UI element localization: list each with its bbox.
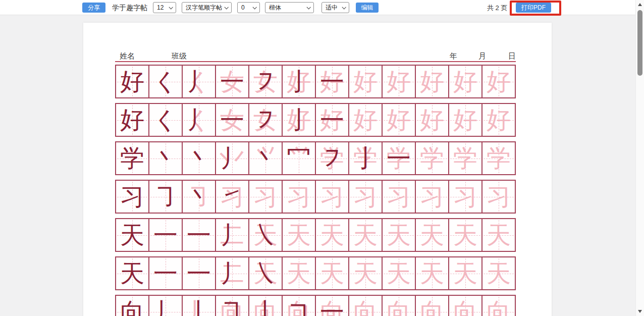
grid-cell: 习	[282, 180, 315, 213]
stroke-character: ㇏	[249, 219, 282, 251]
grid-cell: 学	[449, 142, 482, 175]
trace-character: 学	[482, 142, 515, 174]
grid-cell: 天	[116, 257, 149, 290]
trace-character: 向	[449, 296, 481, 316]
grid-cell: 丶	[149, 142, 182, 175]
stroke-character: 亅	[349, 142, 382, 174]
stroke-character: 丨	[249, 296, 282, 316]
trace-character: 向	[416, 296, 448, 316]
grid-cell: 好一	[315, 65, 349, 98]
grid-cell: 天	[116, 219, 149, 251]
trace-character: 天	[482, 257, 515, 289]
trace-character: 好	[449, 104, 481, 136]
stroke-character: 丶	[149, 142, 182, 174]
trace-character: 好	[416, 104, 448, 136]
share-button[interactable]: 分享	[82, 3, 105, 13]
grid-cell: 丿丨	[182, 295, 216, 316]
stroke-character: 丿	[149, 296, 182, 316]
grid-cell: 天	[415, 257, 449, 290]
grid-cell: く	[149, 103, 182, 136]
grid-cell: 二丿	[216, 257, 249, 290]
grid-cell: 习	[249, 180, 282, 213]
grid-cell: 一一	[182, 257, 216, 290]
sheet-type-select[interactable]: 汉字笔顺字帖	[182, 2, 232, 13]
practice-grid: 好くく丿女一女㇇好亅好一好好好好好好くく丿女一女㇇好亅好一好好好好好学丶丶丶丷丿…	[115, 65, 516, 316]
scroll-up-icon[interactable]	[638, 3, 642, 6]
stroke-character: 习	[116, 181, 148, 213]
trace-character: 向	[482, 296, 515, 316]
grid-cell: 好	[116, 65, 149, 98]
number-select[interactable]: 0	[237, 2, 260, 13]
grid-cell: 向	[349, 295, 382, 316]
grid-cell: ㇆丶	[182, 180, 216, 213]
stroke-character: 一	[149, 219, 182, 251]
grid-cell: 好	[449, 103, 482, 136]
grid-row: 向丿丿丨向㇆向丨向㇕向一向向向向向	[115, 295, 516, 316]
chevron-down-icon	[224, 5, 228, 9]
page-background: 分享 学于趣字帖 12 汉字笔顺字帖 0 楷体 适中 编辑 共 2 页 打印PD…	[0, 0, 644, 316]
grid-cell: 向	[415, 295, 449, 316]
chevron-down-icon	[252, 5, 256, 9]
stroke-character: 一	[216, 66, 248, 97]
grid-cell: 习	[415, 180, 449, 213]
trace-character: 天	[316, 257, 348, 289]
trace-character: 天	[349, 257, 382, 289]
grid-cell: 丿	[149, 295, 182, 316]
grid-cell: 女㇇	[249, 65, 282, 98]
grid-cell: 向	[116, 295, 149, 316]
grid-cell: 天	[282, 219, 315, 251]
print-pdf-button[interactable]: 打印PDF	[516, 3, 551, 13]
scrollbar-thumb[interactable]	[637, 10, 642, 76]
size-select[interactable]: 12	[153, 2, 176, 13]
grid-cell: 习㇀	[216, 180, 249, 213]
grid-cell: 向㇕	[282, 295, 315, 316]
font-select[interactable]: 楷体	[265, 2, 314, 13]
grid-cell: 好	[382, 103, 415, 136]
stroke-character: 好	[116, 104, 148, 136]
sheet-paper: 姓名 班级 年 月 日 好くく丿女一女㇇好亅好一好好好好好好くく丿女一女㇇好亅好…	[83, 23, 552, 316]
trace-character: 天	[416, 219, 448, 251]
grid-cell: 天㇏	[249, 257, 282, 290]
grid-cell: 学	[415, 142, 449, 175]
grid-cell: ⺍冖	[282, 142, 315, 175]
site-title: 学于趣字帖	[112, 4, 147, 13]
grid-cell: 天	[315, 257, 349, 290]
stroke-character: 冖	[283, 142, 315, 174]
stroke-character: ㇕	[283, 296, 315, 316]
trace-character: 习	[316, 181, 348, 213]
grid-cell: 向丨	[249, 295, 282, 316]
stroke-character: 一	[383, 142, 415, 174]
year-label: 年	[450, 51, 457, 61]
stroke-character: ㇀	[216, 181, 248, 213]
stroke-character: 一	[183, 219, 215, 251]
grid-cell: 学亅	[349, 142, 382, 175]
stroke-character: く	[149, 66, 182, 97]
stroke-character: 丨	[183, 296, 215, 316]
trace-character: 天	[383, 219, 415, 251]
grid-cell: ⺍丶	[249, 142, 282, 175]
trace-character: 好	[449, 66, 481, 97]
grid-cell: 学	[116, 142, 149, 175]
grid-cell: 二丿	[216, 219, 249, 251]
stroke-character: ㇆	[149, 181, 182, 213]
grid-cell: 好	[449, 65, 482, 98]
grid-cell: 一	[149, 257, 182, 290]
trace-character: 好	[482, 104, 515, 136]
grid-cell: 向	[482, 295, 515, 316]
grid-cell: 天㇏	[249, 219, 282, 251]
stroke-character: 天	[116, 219, 148, 251]
vertical-scrollbar[interactable]	[635, 0, 644, 316]
stroke-character: く	[149, 104, 182, 136]
grid-row: 好くく丿女一女㇇好亅好一好好好好好	[115, 103, 516, 137]
stroke-character: 丶	[183, 181, 215, 213]
density-select-value: 适中	[326, 4, 338, 12]
density-select[interactable]: 适中	[321, 2, 349, 13]
grid-cell: 天	[482, 257, 515, 290]
stroke-character: 丿	[183, 66, 215, 97]
trace-character: 好	[349, 66, 382, 97]
scroll-down-icon[interactable]	[638, 310, 642, 313]
class-label: 班级	[172, 51, 187, 61]
edit-button[interactable]: 编辑	[356, 3, 379, 13]
month-label: 月	[478, 51, 486, 61]
trace-character: 习	[416, 181, 448, 213]
